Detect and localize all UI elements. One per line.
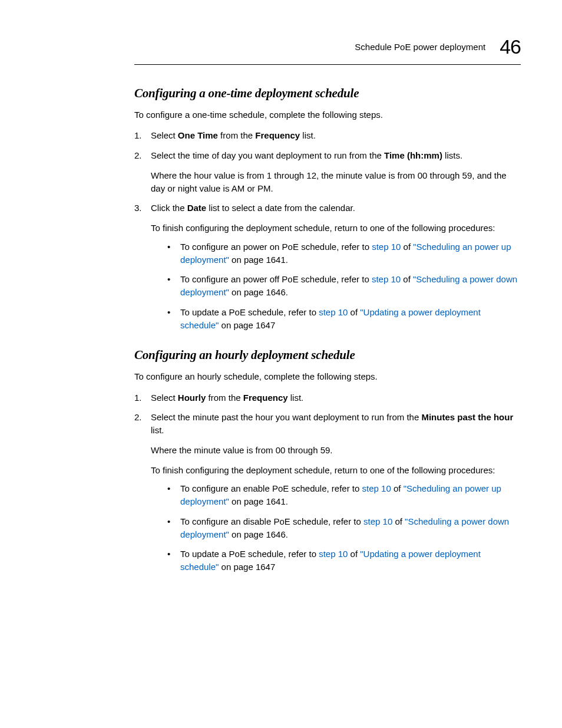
text: Select the minute past the hour you want… <box>151 412 421 422</box>
sub-paragraph: Where the hour value is from 1 through 1… <box>151 169 521 195</box>
list-item: To configure an disable PoE schedule, re… <box>167 515 521 541</box>
ui-term: One Time <box>178 130 218 140</box>
text: To update a PoE schedule, refer to <box>180 549 319 559</box>
running-title: Schedule PoE power deployment <box>355 42 485 52</box>
list-item: To update a PoE schedule, refer to step … <box>167 306 521 332</box>
text: of <box>391 483 404 493</box>
lead-text: To configure a one-time schedule, comple… <box>134 109 521 121</box>
section-one-time: Configuring a one-time deployment schedu… <box>134 86 521 331</box>
step-item: Select the time of day you want deployme… <box>134 149 521 195</box>
step-item: Select the minute past the hour you want… <box>134 411 521 574</box>
ui-term: Minutes past the hour <box>421 412 513 422</box>
text: To configure an power on PoE schedule, r… <box>180 242 372 252</box>
text: of <box>348 549 360 559</box>
xref-link[interactable]: step 10 <box>319 549 348 559</box>
ui-term: Frequency <box>243 393 288 403</box>
text: on page 1641. <box>229 496 288 506</box>
text: To configure an disable PoE schedule, re… <box>180 516 363 526</box>
step-item: Select Hourly from the Frequency list. <box>134 391 521 404</box>
text: Click the <box>151 203 187 213</box>
xref-link[interactable]: step 10 <box>319 307 348 317</box>
section-heading: Configuring a one-time deployment schedu… <box>134 86 521 101</box>
text: list. <box>151 425 164 435</box>
text: Select <box>151 393 178 403</box>
text: on page 1646. <box>229 287 288 297</box>
section-hourly: Configuring an hourly deployment schedul… <box>134 348 521 574</box>
text: of <box>401 274 413 284</box>
sub-paragraph: To finish configuring the deployment sch… <box>151 464 521 477</box>
sub-paragraph: To finish configuring the deployment sch… <box>151 222 521 235</box>
ui-term: Frequency <box>255 130 300 140</box>
step-item: Select One Time from the Frequency list. <box>134 129 521 142</box>
step-item: Click the Date list to select a date fro… <box>134 202 521 331</box>
list-item: To configure an enable PoE schedule, ref… <box>167 482 521 508</box>
xref-link[interactable]: step 10 <box>363 516 392 526</box>
text: on page 1647 <box>219 320 275 330</box>
chapter-number: 46 <box>500 35 521 58</box>
sub-paragraph: Where the minute value is from 00 throug… <box>151 444 521 457</box>
text: on page 1646. <box>229 529 288 539</box>
text: lists. <box>442 150 462 160</box>
text: Select <box>151 130 178 140</box>
header-rule <box>134 64 521 65</box>
text: of <box>348 307 360 317</box>
section-heading: Configuring an hourly deployment schedul… <box>134 348 521 363</box>
text: To configure an enable PoE schedule, ref… <box>180 483 362 493</box>
page: Schedule PoE power deployment 46 Configu… <box>0 0 562 728</box>
ui-term: Hourly <box>178 393 206 403</box>
lead-text: To configure an hourly schedule, complet… <box>134 371 521 383</box>
ui-term: Time (hh:mm) <box>384 150 442 160</box>
text: list. <box>288 393 304 403</box>
xref-link[interactable]: step 10 <box>372 242 401 252</box>
bullet-list: To configure an power on PoE schedule, r… <box>167 241 521 332</box>
text: on page 1647 <box>219 562 275 572</box>
text: To update a PoE schedule, refer to <box>180 307 319 317</box>
ui-term: Date <box>187 203 207 213</box>
list-item: To configure an power off PoE schedule, … <box>167 273 521 299</box>
bullet-list: To configure an enable PoE schedule, ref… <box>167 482 521 574</box>
text: of <box>401 242 413 252</box>
list-item: To update a PoE schedule, refer to step … <box>167 548 521 574</box>
text: of <box>392 516 405 526</box>
text: To configure an power off PoE schedule, … <box>180 274 372 284</box>
steps-list: Select One Time from the Frequency list.… <box>134 129 521 331</box>
text: on page 1641. <box>229 255 288 265</box>
text: list to select a date from the calendar. <box>206 203 355 213</box>
xref-link[interactable]: step 10 <box>362 483 391 493</box>
steps-list: Select Hourly from the Frequency list. S… <box>134 391 521 574</box>
text: from the <box>218 130 255 140</box>
text: Select the time of day you want deployme… <box>151 150 384 160</box>
text: from the <box>206 393 243 403</box>
running-header: Schedule PoE power deployment 46 <box>134 35 521 58</box>
text: list. <box>300 130 316 140</box>
xref-link[interactable]: step 10 <box>372 274 401 284</box>
list-item: To configure an power on PoE schedule, r… <box>167 241 521 266</box>
